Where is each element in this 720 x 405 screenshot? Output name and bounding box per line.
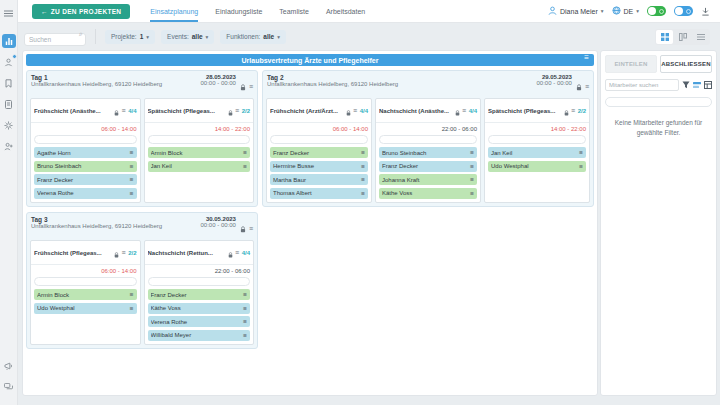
member-chip[interactable]: Martha Baur ≡ — [270, 174, 368, 185]
toggle-blue[interactable] — [674, 6, 693, 16]
dashboard-icon[interactable] — [2, 34, 16, 48]
member-menu-icon[interactable]: ≡ — [130, 305, 134, 312]
member-menu-icon[interactable]: ≡ — [361, 190, 365, 197]
announcement-icon[interactable] — [2, 359, 16, 372]
document-icon[interactable] — [2, 98, 16, 111]
tab-arbeitsdaten[interactable]: Arbeitsdaten — [326, 0, 365, 22]
member-chip[interactable]: Jan Keil ≡ — [148, 161, 251, 172]
member-menu-icon[interactable]: ≡ — [243, 163, 247, 170]
member-menu-icon[interactable]: ≡ — [470, 149, 474, 156]
member-chip[interactable]: Udo Westphal ≡ — [34, 303, 137, 314]
bookmark-icon[interactable] — [2, 77, 16, 90]
member-menu-icon[interactable]: ≡ — [470, 163, 474, 170]
member-chip[interactable]: Johanna Kraft ≡ — [379, 174, 477, 185]
shift-menu-icon[interactable]: ≡ — [353, 107, 357, 114]
member-chip[interactable]: Franz Decker ≡ — [270, 147, 368, 158]
menu-icon[interactable] — [2, 7, 16, 20]
member-chip[interactable]: Bruno Steinbach ≡ — [34, 161, 137, 172]
group-icon[interactable] — [704, 81, 712, 89]
search-input[interactable] — [24, 33, 86, 46]
member-menu-icon[interactable]: ≡ — [243, 149, 247, 156]
member-chip[interactable]: Armin Block ≡ — [148, 147, 251, 158]
shift-dropzone[interactable] — [148, 277, 251, 286]
member-chip[interactable]: Franz Decker ≡ — [379, 161, 477, 172]
day-menu-icon[interactable]: ≡ — [249, 225, 253, 232]
shift-dropzone[interactable] — [488, 135, 586, 144]
member-chip[interactable]: Agathe Horn ≡ — [34, 147, 137, 158]
filter-dropdown[interactable]: Projekte: 1 ▾ — [105, 30, 155, 44]
tab-einladungsliste[interactable]: Einladungsliste — [215, 0, 262, 22]
chat-icon[interactable] — [2, 380, 16, 393]
member-menu-icon[interactable]: ≡ — [130, 291, 134, 298]
shift-dropzone[interactable] — [34, 135, 137, 144]
list-view-button[interactable] — [692, 30, 709, 44]
member-menu-icon[interactable]: ≡ — [470, 176, 474, 183]
shift-menu-icon[interactable]: ≡ — [571, 107, 575, 114]
member-menu-icon[interactable]: ≡ — [579, 149, 583, 156]
member-chip[interactable]: Franz Decker ≡ — [34, 174, 137, 185]
shift-dropzone[interactable] — [379, 135, 477, 144]
shift-menu-icon[interactable]: ≡ — [235, 107, 239, 114]
assign-button[interactable]: EINTEILEN — [605, 55, 657, 73]
shift-dropzone[interactable] — [270, 135, 368, 144]
member-chip[interactable]: Hermine Busse ≡ — [270, 161, 368, 172]
finish-button[interactable]: ABSCHLIESSEN — [660, 55, 712, 73]
member-menu-icon[interactable]: ≡ — [579, 163, 583, 170]
member-menu-icon[interactable]: ≡ — [361, 176, 365, 183]
member-chip[interactable]: Thomas Albert ≡ — [270, 188, 368, 199]
tab-einsatzplanung[interactable]: Einsatzplanung — [150, 0, 198, 22]
member-chip[interactable]: Bruno Steinbach ≡ — [379, 147, 477, 158]
shift-dropzone[interactable] — [34, 277, 137, 286]
day-menu-icon[interactable]: ≡ — [249, 83, 253, 90]
shift-menu-icon[interactable]: ≡ — [122, 107, 126, 114]
user-add-icon[interactable] — [2, 140, 16, 153]
tab-teamliste[interactable]: Teamliste — [279, 0, 309, 22]
member-menu-icon[interactable]: ≡ — [243, 318, 247, 325]
shift-menu-icon[interactable]: ≡ — [122, 249, 126, 256]
member-menu-icon[interactable]: ≡ — [361, 149, 365, 156]
member-menu-icon[interactable]: ≡ — [130, 149, 134, 156]
day-card: Tag 1 Unfallkrankenhaus Heidelberg, 6912… — [26, 70, 258, 207]
member-chip[interactable]: Verena Rothe ≡ — [148, 316, 251, 327]
panel-dropzone[interactable] — [605, 97, 712, 107]
filter-dropdown[interactable]: Funktionen: alle ▾ — [220, 30, 286, 44]
member-menu-icon[interactable]: ≡ — [470, 190, 474, 197]
employee-search-input[interactable] — [605, 79, 679, 91]
kanban-view-button[interactable] — [674, 30, 691, 44]
download-icon[interactable] — [701, 7, 710, 16]
filter-dropdown[interactable]: Events: alle ▾ — [161, 30, 214, 44]
member-menu-icon[interactable]: ≡ — [243, 332, 247, 339]
member-menu-icon[interactable]: ≡ — [243, 305, 247, 312]
shift-menu-icon[interactable]: ≡ — [462, 107, 466, 114]
member-menu-icon[interactable]: ≡ — [130, 176, 134, 183]
arrow-left-icon: ← — [41, 8, 48, 15]
back-to-projects-button[interactable]: ← ZU DEN PROJEKTEN — [32, 4, 130, 19]
member-name: Udo Westphal — [491, 163, 579, 169]
member-menu-icon[interactable]: ≡ — [361, 163, 365, 170]
user-menu[interactable]: Diana Meier ▾ — [548, 6, 604, 16]
member-chip[interactable]: Franz Decker ≡ — [148, 289, 251, 300]
member-chip[interactable]: Armin Block ≡ — [34, 289, 137, 300]
sort-icon[interactable] — [693, 81, 701, 89]
language-menu[interactable]: DE ▾ — [612, 6, 640, 16]
filter-funnel-icon[interactable] — [682, 81, 690, 89]
member-name: Verena Rothe — [37, 190, 130, 196]
member-menu-icon[interactable]: ≡ — [130, 163, 134, 170]
member-chip[interactable]: Jan Keil ≡ — [488, 147, 586, 158]
shift-menu-icon[interactable]: ≡ — [235, 249, 239, 256]
toggle-green[interactable] — [647, 6, 666, 16]
grid-view-button[interactable] — [656, 30, 673, 44]
team-icon[interactable] — [2, 56, 16, 69]
member-chip[interactable]: Verena Rothe ≡ — [34, 188, 137, 199]
event-menu-icon[interactable]: ≡ — [584, 53, 589, 62]
member-chip[interactable]: Willibald Meyer ≡ — [148, 330, 251, 341]
member-menu-icon[interactable]: ≡ — [243, 291, 247, 298]
member-menu-icon[interactable]: ≡ — [130, 190, 134, 197]
shift-dropzone[interactable] — [148, 135, 251, 144]
settings-icon[interactable] — [2, 119, 16, 132]
shift-count: 4/4 — [360, 108, 368, 114]
member-chip[interactable]: Käthe Voss ≡ — [379, 188, 477, 199]
member-chip[interactable]: Käthe Voss ≡ — [148, 303, 251, 314]
day-menu-icon[interactable]: ≡ — [585, 83, 589, 90]
member-chip[interactable]: Udo Westphal ≡ — [488, 161, 586, 172]
